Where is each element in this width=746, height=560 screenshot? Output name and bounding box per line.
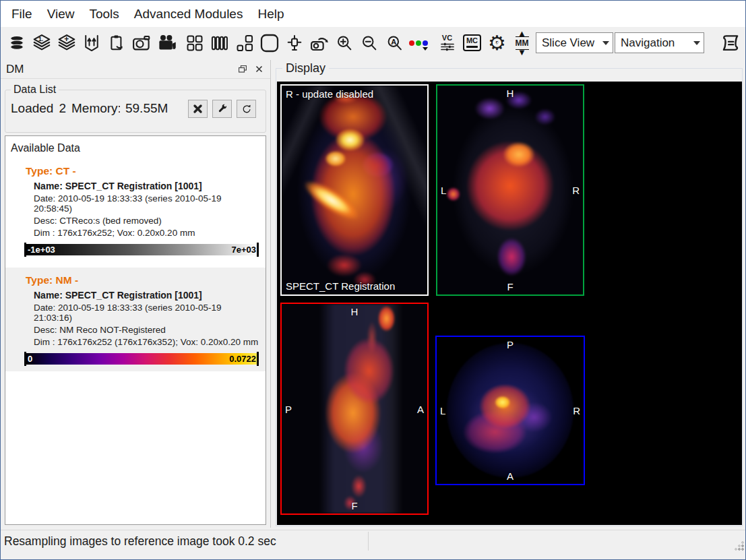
toolbar-group-modules: VC MC ⚙ DM	[435, 27, 704, 59]
menu-help[interactable]: Help	[250, 3, 291, 25]
colorbar-max-value: 0.0722	[229, 354, 258, 364]
display-panel: Display R - update disabled SPECT_CT Reg…	[274, 61, 744, 528]
zoom-out-icon[interactable]	[356, 30, 381, 57]
orientation-label-bottom: F	[507, 281, 513, 292]
close-icon[interactable]	[253, 63, 265, 75]
dataset-dim: Dim : 176x176x252; Vox: 0.20x0.20 mm	[34, 228, 261, 238]
dm-panel-header: DM	[1, 60, 270, 79]
dataset-type: Type: NM -	[26, 274, 261, 286]
orientation-label-top: H	[351, 306, 359, 317]
zoom-fit-icon[interactable]: A	[381, 30, 406, 57]
database-icon[interactable]	[4, 30, 29, 57]
dataset-date: Date: 2010-05-19 18:33:33 (series 2010-0…	[34, 193, 261, 214]
orientation-label-left: L	[441, 185, 446, 196]
import-data-icon[interactable]	[79, 30, 104, 57]
app-window: File View Tools Advanced Modules Help 1.	[0, 0, 746, 560]
coronal-scan-image	[437, 86, 583, 294]
toolbar-group-layout: A	[182, 27, 431, 59]
crop-icon[interactable]	[282, 30, 307, 57]
script-icon[interactable]	[718, 30, 743, 57]
menu-view[interactable]: View	[40, 3, 82, 25]
orientation-label-right: R	[572, 185, 580, 196]
snapshot-camera-icon[interactable]	[129, 30, 154, 57]
chevron-down-icon	[423, 47, 428, 51]
colorbar-max-value: 7e+03	[231, 245, 258, 255]
slice-view-select[interactable]: Slice View	[536, 32, 613, 53]
motion-correction-icon[interactable]: MC	[460, 30, 485, 57]
nm-colorbar[interactable]: 0 0.0722	[25, 353, 258, 365]
vc-label: VC	[442, 34, 452, 42]
data-list-groupbox: Data List Loaded 2 Memory: 59.55M	[5, 90, 266, 133]
sagittal-scan-image	[282, 304, 427, 514]
zoom-in-icon[interactable]	[332, 30, 356, 57]
dataset-desc: Desc: NM Reco NOT-Registered	[34, 325, 261, 335]
menu-advanced-modules[interactable]: Advanced Modules	[127, 3, 251, 25]
svg-text:+: +	[64, 34, 69, 43]
status-separator	[368, 532, 369, 551]
clipboard-report-icon[interactable]	[104, 30, 129, 57]
measure-icon[interactable]: ▲ MM ▼	[509, 30, 534, 57]
add-data-icon[interactable]: +	[54, 30, 79, 57]
data-manager-icon[interactable]: ⚙ DM	[485, 30, 509, 57]
view-control-icon[interactable]: VC	[435, 30, 460, 57]
toolbar-group-data: 1. +	[4, 27, 179, 59]
loaded-label: Loaded	[11, 101, 53, 116]
orientation-label-left: L	[440, 405, 445, 416]
navigation-select[interactable]: Navigation	[615, 32, 704, 53]
movie-camera-icon[interactable]	[154, 30, 179, 57]
mc-bar	[466, 46, 478, 48]
layout-single-icon[interactable]	[257, 30, 282, 57]
view-transverse[interactable]: P L R A	[435, 336, 585, 485]
toolbar-overflow-button[interactable]: »	[743, 34, 746, 53]
delete-button[interactable]	[188, 100, 208, 118]
layout-quad-icon[interactable]	[182, 30, 207, 57]
menu-file[interactable]: File	[4, 3, 40, 25]
toolbar-group-script	[711, 27, 743, 59]
available-data-list: Available Data Type: CT - Name: SPECT_CT…	[5, 135, 266, 525]
dm-dock-panel: DM Data List Loaded 2 Memory: 59.55M	[1, 60, 271, 528]
data-list-title: Data List	[11, 84, 59, 96]
orientation-label-top: P	[507, 339, 514, 350]
memory-label: Memory:	[71, 101, 120, 116]
slice-view-value: Slice View	[542, 36, 599, 50]
reset-view-icon[interactable]	[307, 30, 332, 57]
dataset-item-ct[interactable]: Type: CT - Name: SPECT_CT Registration […	[5, 158, 266, 262]
colorbar-max-marker[interactable]	[257, 352, 259, 366]
load-first-layer-icon[interactable]: 1.	[29, 30, 54, 57]
orientation-label-right: A	[417, 403, 424, 414]
view-caption: SPECT_CT Registration	[286, 280, 395, 292]
layout-mosaic-icon[interactable]	[232, 30, 257, 57]
mip-scan-image	[282, 86, 427, 294]
chevron-down-icon	[599, 41, 613, 45]
loaded-count: 2	[59, 101, 66, 116]
layout-columns-icon[interactable]	[207, 30, 232, 57]
blue-channel-dot	[423, 40, 428, 46]
dataset-date: Date: 2010-05-19 18:33:33 (series 2010-0…	[34, 303, 261, 323]
available-data-title: Available Data	[5, 136, 266, 154]
refresh-button[interactable]	[237, 100, 256, 118]
view-status-label: R - update disabled	[286, 88, 373, 100]
tools-button[interactable]	[212, 100, 232, 118]
colorbar-max-marker[interactable]	[257, 243, 259, 257]
view-sagittal[interactable]: H P A F	[280, 303, 429, 515]
color-channels-icon[interactable]	[406, 30, 431, 57]
resize-grip[interactable]	[735, 541, 744, 551]
ct-colorbar[interactable]: -1e+03 7e+03	[25, 244, 258, 255]
navigation-value: Navigation	[621, 36, 690, 50]
dm-panel-title: DM	[6, 63, 232, 76]
svg-text:A: A	[391, 37, 396, 45]
float-panel-icon[interactable]	[237, 63, 249, 75]
colorbar-min-value: -1e+03	[25, 245, 55, 255]
colorbar-min-marker[interactable]	[24, 243, 26, 257]
status-message: Resampling images to reference image too…	[1, 534, 276, 549]
colorbar-min-marker[interactable]	[24, 352, 26, 366]
view-mip[interactable]: R - update disabled SPECT_CT Registratio…	[280, 84, 429, 296]
dataset-item-nm[interactable]: Type: NM - Name: SPECT_CT Registration […	[5, 268, 266, 371]
dataset-name: Name: SPECT_CT Registration [1001]	[34, 181, 261, 191]
menu-tools[interactable]: Tools	[82, 3, 126, 25]
mc-label: MC	[466, 36, 478, 44]
dataset-name: Name: SPECT_CT Registration [1001]	[34, 290, 261, 301]
status-bar: Resampling images to reference image too…	[1, 530, 745, 552]
view-coronal[interactable]: H L R F	[436, 84, 584, 296]
orientation-label-left: P	[285, 403, 292, 414]
